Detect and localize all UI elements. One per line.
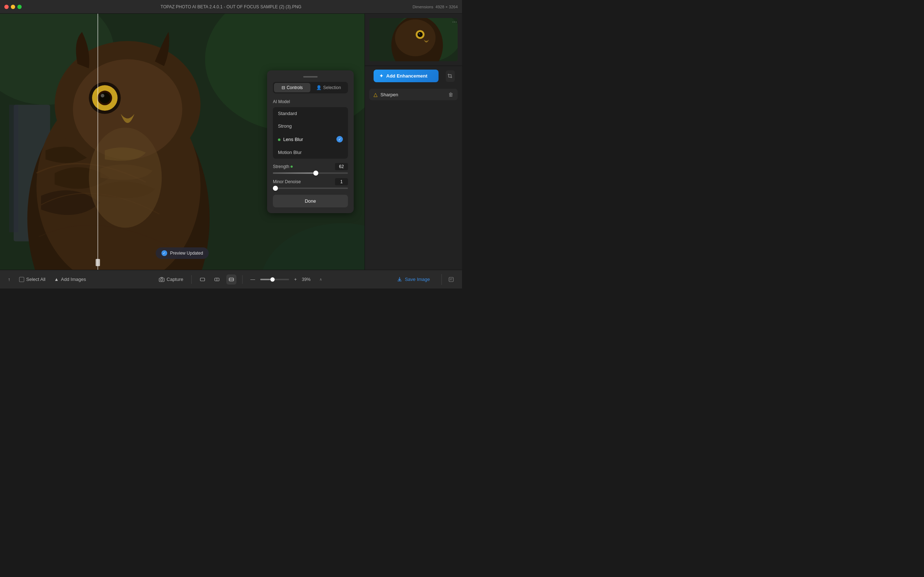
minor-denoise-label: Minor Denoise — [273, 179, 300, 184]
crop-button[interactable] — [446, 70, 455, 82]
minimize-button[interactable] — [11, 5, 15, 9]
more-options-button[interactable]: ··· — [452, 19, 457, 25]
divider-2 — [242, 275, 242, 284]
zoom-minus-icon: — — [250, 277, 255, 282]
model-motion-blur[interactable]: Motion Blur — [273, 146, 348, 159]
minor-denoise-thumb[interactable] — [273, 186, 278, 191]
save-icon — [397, 277, 402, 282]
zoom-slider[interactable] — [260, 279, 289, 280]
tab-selection[interactable]: 👤 Selection — [310, 83, 347, 92]
thumbnail-image — [369, 18, 458, 61]
svg-rect-5 — [9, 105, 18, 233]
svg-point-21 — [418, 32, 423, 37]
image-dimensions: Dimensions 4928 × 3264 — [412, 5, 458, 9]
select-all-button[interactable]: Select All — [17, 274, 48, 284]
right-sidebar: ··· ✦ Add Enhancement △ Sharpen 🗑 — [365, 14, 462, 270]
sharpen-label: Sharpen — [380, 92, 398, 97]
minor-denoise-value: 1 — [335, 178, 348, 185]
strength-thumb[interactable] — [313, 171, 318, 176]
toast-check-icon: ✓ — [162, 250, 167, 256]
preview-toast: ✓ Preview Updated — [155, 247, 208, 259]
view-single-button[interactable] — [197, 274, 208, 285]
crop-icon — [447, 74, 452, 79]
svg-point-24 — [161, 279, 163, 281]
controls-label: Controls — [287, 85, 303, 90]
export-settings-button[interactable] — [446, 274, 456, 285]
preview-updated-label: Preview Updated — [170, 251, 203, 256]
export-icon — [448, 277, 454, 282]
svg-rect-31 — [449, 277, 453, 282]
add-enhancement-button[interactable]: ✦ Add Enhancement — [373, 69, 439, 82]
controls-panel: ⊟ Controls 👤 Selection AI Model Standard… — [267, 70, 354, 213]
zoom-plus-icon: + — [294, 277, 297, 282]
add-enhancement-row: ✦ Add Enhancement — [365, 66, 462, 86]
svg-point-22 — [419, 33, 420, 35]
upload-icon: ↑ — [8, 277, 10, 282]
bottom-toolbar: ↑ Select All ▲ Add Images Capture — [0, 270, 462, 288]
sharpen-icon: △ — [373, 92, 378, 97]
thumbnail-area: ··· — [365, 14, 462, 66]
enhancement-list: △ Sharpen 🗑 — [365, 89, 462, 100]
traffic-lights — [4, 5, 22, 9]
sharpen-enhancement-item[interactable]: △ Sharpen 🗑 — [369, 89, 458, 100]
divider-1 — [191, 275, 192, 284]
view-single-icon — [200, 277, 205, 282]
strength-row: Strength 62 — [273, 163, 348, 174]
model-standard[interactable]: Standard — [273, 107, 348, 120]
canvas-area[interactable]: ⊟ Controls 👤 Selection AI Model Standard… — [0, 14, 365, 270]
add-images-button[interactable]: ▲ Add Images — [52, 274, 88, 284]
capture-icon — [159, 277, 165, 282]
tab-controls[interactable]: ⊟ Controls — [274, 83, 310, 92]
upload-button[interactable]: ↑ — [6, 274, 13, 284]
model-strong[interactable]: Strong — [273, 120, 348, 132]
close-button[interactable] — [4, 5, 9, 9]
done-button[interactable]: Done — [273, 195, 348, 207]
thumbnail-svg — [369, 18, 458, 61]
ai-model-label: AI Model — [273, 99, 348, 104]
titlebar: TOPAZ PHOTO AI BETA 2.4.0.1 - OUT OF FOC… — [0, 0, 462, 14]
active-model-dot — [278, 139, 281, 141]
zoom-slider-fill — [260, 279, 270, 280]
model-dropdown: Standard Strong Lens Blur ✓ Motion Blur — [273, 107, 348, 159]
view-split-h-icon — [214, 277, 220, 282]
panel-tabs: ⊟ Controls 👤 Selection — [273, 82, 348, 93]
view-split-h-button[interactable] — [212, 274, 222, 285]
save-label: Save Image — [405, 277, 430, 282]
delete-sharpen-button[interactable]: 🗑 — [448, 92, 453, 97]
view-split-v-button[interactable] — [226, 274, 236, 285]
maximize-button[interactable] — [17, 5, 22, 9]
svg-point-13 — [99, 92, 110, 103]
selection-icon: 👤 — [316, 85, 321, 90]
add-images-label: Add Images — [61, 277, 86, 282]
strength-fill — [273, 172, 316, 174]
select-all-checkbox — [19, 277, 24, 282]
dims-value: 4928 × 3264 — [436, 5, 458, 9]
capture-label: Capture — [167, 277, 183, 282]
add-images-icon: ▲ — [54, 277, 59, 282]
controls-icon: ⊟ — [281, 85, 285, 90]
zoom-menu-button[interactable]: ∧ — [317, 275, 324, 284]
strength-slider[interactable] — [273, 172, 348, 174]
window-title: TOPAZ PHOTO AI BETA 2.4.0.1 - OUT OF FOC… — [161, 4, 301, 10]
model-lens-blur[interactable]: Lens Blur ✓ — [273, 132, 348, 146]
minor-denoise-slider[interactable] — [273, 187, 348, 189]
zoom-value: 39% — [302, 277, 314, 282]
strength-dot — [291, 166, 293, 168]
split-line[interactable] — [97, 14, 98, 270]
zoom-out-button[interactable]: — — [248, 274, 257, 284]
save-image-button[interactable]: Save Image — [393, 274, 434, 284]
zoom-slider-thumb[interactable] — [270, 277, 275, 282]
dims-label: Dimensions — [412, 5, 433, 9]
selected-checkmark: ✓ — [336, 136, 343, 142]
svg-point-14 — [101, 94, 104, 97]
save-divider — [441, 274, 442, 285]
panel-drag-handle[interactable] — [303, 76, 318, 77]
selection-label: Selection — [323, 85, 341, 90]
capture-button[interactable]: Capture — [157, 274, 186, 285]
strength-label: Strength — [273, 164, 293, 169]
strength-value: 62 — [335, 163, 348, 170]
split-handle[interactable] — [96, 259, 100, 266]
view-split-v-icon — [228, 277, 234, 282]
chevron-up-icon: ∧ — [320, 277, 322, 281]
zoom-in-button[interactable]: + — [292, 274, 299, 284]
